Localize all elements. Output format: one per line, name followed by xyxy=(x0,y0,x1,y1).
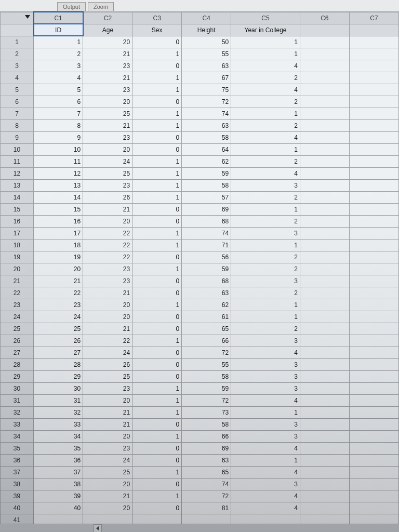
cell[interactable]: 21 xyxy=(83,72,132,84)
cell[interactable] xyxy=(300,119,349,131)
cell[interactable]: 55 xyxy=(182,358,231,370)
cell[interactable]: 63 xyxy=(182,287,231,299)
row-header[interactable]: 15 xyxy=(1,203,34,215)
cell[interactable]: 0 xyxy=(132,502,182,514)
cell[interactable]: 0 xyxy=(132,323,182,335)
cell[interactable]: 25 xyxy=(83,466,132,478)
cell[interactable] xyxy=(300,239,349,251)
cell[interactable]: 0 xyxy=(132,442,182,454)
cell[interactable]: 62 xyxy=(182,155,231,167)
cell[interactable]: 4 xyxy=(231,394,300,406)
cell[interactable]: 23 xyxy=(83,179,132,191)
cell[interactable]: 72 xyxy=(182,96,231,108)
row-header[interactable]: 13 xyxy=(1,179,34,191)
cell[interactable]: 0 xyxy=(132,143,182,155)
cell[interactable] xyxy=(349,466,398,478)
cell[interactable] xyxy=(349,251,398,263)
cell[interactable] xyxy=(349,275,398,287)
cell[interactable] xyxy=(300,251,349,263)
cell[interactable]: 21 xyxy=(83,119,132,131)
cell[interactable]: 21 xyxy=(83,323,132,335)
cell[interactable]: 40 xyxy=(34,502,83,514)
cell[interactable]: 72 xyxy=(182,490,231,502)
row-header[interactable]: 19 xyxy=(1,251,34,263)
cell[interactable] xyxy=(349,203,398,215)
cell[interactable]: 57 xyxy=(182,191,231,203)
cell[interactable] xyxy=(349,442,398,454)
row-header[interactable]: 24 xyxy=(1,311,34,323)
cell[interactable] xyxy=(300,430,349,442)
cell[interactable] xyxy=(349,191,398,203)
cell[interactable] xyxy=(300,502,349,514)
cell[interactable] xyxy=(349,370,398,382)
cell[interactable]: 4 xyxy=(231,60,300,72)
cell[interactable]: 2 xyxy=(231,323,300,335)
cell[interactable]: 1 xyxy=(231,454,300,466)
cell[interactable]: 23 xyxy=(83,263,132,275)
cell[interactable]: 20 xyxy=(83,143,132,155)
cell[interactable]: 13 xyxy=(34,179,83,191)
row-header[interactable]: 22 xyxy=(1,287,34,299)
cell[interactable]: 12 xyxy=(34,167,83,179)
cell[interactable] xyxy=(300,347,349,358)
cell[interactable]: 11 xyxy=(34,155,83,167)
row-header[interactable]: 29 xyxy=(1,370,34,382)
cell[interactable]: 32 xyxy=(34,406,83,418)
cell[interactable]: 22 xyxy=(83,227,132,239)
cell[interactable]: 1 xyxy=(231,299,300,311)
cell[interactable]: 25 xyxy=(83,167,132,179)
cell[interactable]: 22 xyxy=(83,335,132,347)
cell[interactable]: 1 xyxy=(132,382,182,394)
row-header[interactable]: 3 xyxy=(1,60,34,72)
horizontal-scrollbar[interactable] xyxy=(0,524,399,532)
cell[interactable]: 1 xyxy=(132,394,182,406)
cell[interactable]: 69 xyxy=(182,442,231,454)
cell[interactable]: 30 xyxy=(34,382,83,394)
cell[interactable] xyxy=(349,287,398,299)
cell[interactable]: 4 xyxy=(231,490,300,502)
cell[interactable]: 66 xyxy=(182,430,231,442)
cell[interactable]: 2 xyxy=(34,48,83,60)
row-header[interactable]: 11 xyxy=(1,155,34,167)
cell[interactable]: 0 xyxy=(132,311,182,323)
cell[interactable]: 58 xyxy=(182,179,231,191)
cell[interactable]: 4 xyxy=(231,502,300,514)
cell[interactable]: 2 xyxy=(231,263,300,275)
column-name-Height[interactable]: Height xyxy=(182,24,231,36)
cell[interactable] xyxy=(300,478,349,490)
cell[interactable] xyxy=(349,478,398,490)
cell[interactable]: 0 xyxy=(132,347,182,358)
column-header-C3[interactable]: C3 xyxy=(132,12,182,24)
cell[interactable]: 1 xyxy=(132,466,182,478)
cell[interactable] xyxy=(349,143,398,155)
cell[interactable]: 1 xyxy=(132,167,182,179)
cell[interactable] xyxy=(300,490,349,502)
cell[interactable] xyxy=(300,418,349,430)
cell[interactable]: 50 xyxy=(182,36,231,48)
cell[interactable]: 1 xyxy=(132,299,182,311)
row-header[interactable]: 32 xyxy=(1,406,34,418)
cell[interactable]: 39 xyxy=(34,490,83,502)
row-header[interactable]: 14 xyxy=(1,191,34,203)
cell[interactable]: 17 xyxy=(34,227,83,239)
cell[interactable]: 23 xyxy=(83,442,132,454)
row-header[interactable]: 9 xyxy=(1,131,34,143)
cell[interactable]: 55 xyxy=(182,48,231,60)
cell[interactable] xyxy=(300,466,349,478)
column-name-blank[interactable] xyxy=(300,24,349,36)
cell[interactable]: 0 xyxy=(132,36,182,48)
cell[interactable] xyxy=(349,48,398,60)
cell[interactable] xyxy=(300,335,349,347)
cell[interactable]: 23 xyxy=(83,60,132,72)
cell[interactable]: 2 xyxy=(231,191,300,203)
cell[interactable]: 3 xyxy=(34,60,83,72)
cell[interactable] xyxy=(300,60,349,72)
cell[interactable]: 3 xyxy=(231,358,300,370)
cell[interactable]: 4 xyxy=(231,442,300,454)
cell[interactable]: 21 xyxy=(83,406,132,418)
cell[interactable]: 22 xyxy=(34,287,83,299)
cell[interactable]: 68 xyxy=(182,215,231,227)
cell[interactable]: 1 xyxy=(132,335,182,347)
cell[interactable]: 5 xyxy=(34,84,83,96)
scroll-left-button[interactable] xyxy=(94,524,102,532)
